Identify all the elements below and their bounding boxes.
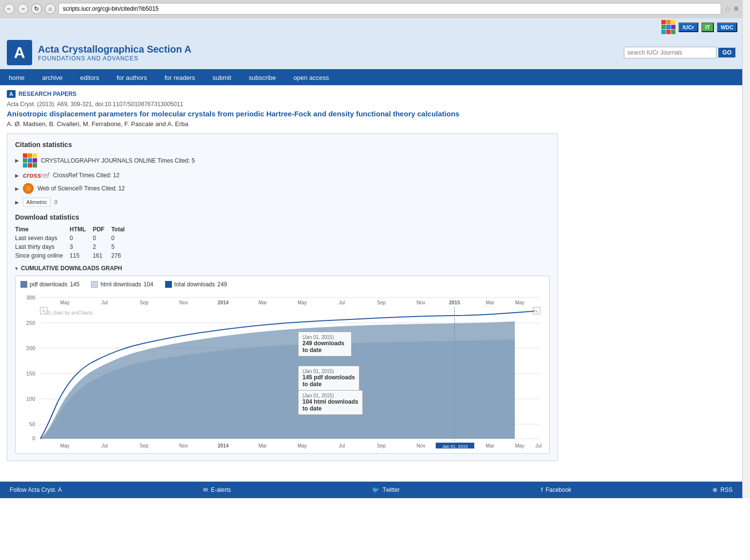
nav-open-access[interactable]: open access [284, 70, 338, 85]
download-stats-title: Download statistics [15, 213, 550, 221]
twitter-icon: 🐦 [372, 486, 379, 493]
altmetric-badge[interactable]: Altmetric [23, 198, 51, 206]
cell-html: 0 [70, 234, 93, 243]
search-area: GO [624, 47, 735, 58]
svg-text:Mar: Mar [259, 443, 267, 448]
forward-button[interactable]: → [18, 3, 28, 14]
iucr-button[interactable]: IUCr [678, 22, 698, 32]
cjo-mosaic-icon [23, 153, 37, 168]
footer-twitter[interactable]: 🐦 Twitter [372, 486, 399, 493]
cell-pdf: 161 [93, 251, 111, 260]
go-button[interactable]: GO [718, 48, 735, 57]
table-row: Last thirty days 3 2 5 [15, 243, 131, 251]
wos-arrow-icon: ▶ [15, 186, 19, 191]
svg-text:100: 100 [26, 396, 36, 402]
legend-html-label: html downloads [100, 281, 141, 288]
rss-icon: ⊕ [712, 486, 717, 493]
svg-text:Jul: Jul [338, 443, 345, 448]
address-bar[interactable] [58, 3, 721, 15]
nav-editors[interactable]: editors [71, 70, 108, 85]
menu-icon[interactable]: ≡ [734, 4, 738, 13]
breadcrumb-label: RESEARCH PAPERS [19, 91, 76, 97]
refresh-button[interactable]: ↻ [31, 3, 42, 14]
svg-text:0: 0 [32, 435, 35, 441]
facebook-icon: f [541, 486, 543, 493]
iucr-mosaic-icon [661, 20, 675, 34]
nav-for-readers[interactable]: for readers [156, 70, 204, 85]
ealerts-label: E-alerts [211, 486, 231, 493]
svg-text:2015: 2015 [449, 300, 460, 305]
chart-container: pdf downloads 145 html downloads 104 tot… [15, 276, 550, 454]
download-stats-table: Time HTML PDF Total Last seven days 0 0 … [15, 225, 131, 260]
article-ref: Acta Cryst. (2013). A69, 309-321, doi:10… [7, 101, 558, 108]
svg-text:⤡: ⤡ [42, 309, 46, 314]
legend-html: html downloads 104 [91, 281, 153, 288]
altmetric-arrow-icon: ▶ [15, 200, 19, 205]
svg-text:Sep: Sep [377, 443, 386, 448]
svg-text:300: 300 [26, 295, 36, 300]
search-input[interactable] [624, 47, 716, 58]
graph-title: CUMULATIVE DOWNLOADS GRAPH [21, 265, 122, 272]
graph-header[interactable]: ▾ CUMULATIVE DOWNLOADS GRAPH [15, 265, 550, 272]
svg-text:⤡: ⤡ [535, 309, 539, 314]
it-button[interactable]: IT [701, 22, 714, 32]
cell-html: 3 [70, 243, 93, 251]
legend-total-label: total downloads [174, 281, 215, 288]
legend-html-color [91, 281, 98, 288]
footer: Follow Acta Cryst. A ✉ E-alerts 🐦 Twitte… [0, 482, 742, 498]
svg-text:Jul: Jul [101, 443, 108, 448]
citation-stats-box: Citation statistics ▶ CRYSTALLOGRAPHY JO… [7, 133, 558, 461]
journal-title-block: Acta Crystallographica Section A FOUNDAT… [38, 44, 191, 62]
svg-text:50: 50 [29, 421, 35, 427]
wos-citation-text: Web of Science® Times Cited: 12 [38, 185, 125, 192]
nav-subscribe[interactable]: subscribe [240, 70, 285, 85]
footer-ealerts[interactable]: ✉ E-alerts [203, 486, 231, 493]
cell-time: Last seven days [15, 234, 70, 243]
nav-archive[interactable]: archive [34, 70, 72, 85]
footer-facebook[interactable]: f Facebook [541, 486, 571, 493]
nav-submit[interactable]: submit [204, 70, 240, 85]
svg-text:Mar: Mar [486, 300, 495, 305]
chart-legend: pdf downloads 145 html downloads 104 tot… [20, 281, 544, 288]
scrollbar[interactable] [742, 0, 750, 498]
svg-text:Jul: Jul [338, 300, 345, 305]
home-button[interactable]: ⌂ [45, 3, 56, 14]
journal-subtitle: FOUNDATIONS AND ADVANCES [38, 55, 191, 62]
citation-row-wos: ▶ Web of Science® Times Cited: 12 [15, 183, 550, 194]
cell-pdf: 2 [93, 243, 111, 251]
legend-pdf: pdf downloads 145 [20, 281, 79, 288]
crossref-citation-text: CrossRef Times Cited: 12 [53, 172, 120, 179]
footer-follow: Follow Acta Cryst. A [10, 486, 62, 493]
crossref-arrow-icon: ▶ [15, 173, 19, 178]
journal-title: Acta Crystallographica Section A [38, 44, 191, 55]
back-button[interactable]: ← [4, 3, 15, 14]
wos-logo [23, 183, 34, 194]
legend-pdf-value: 145 [70, 281, 79, 288]
citation-stats-title: Citation statistics [15, 141, 550, 149]
article-authors: A. Ø. Madsen, B. Civalleri, M. Ferrabone… [7, 120, 558, 128]
svg-text:Nov: Nov [179, 300, 188, 305]
col-total: Total [111, 225, 131, 234]
svg-text:Jan 01, 2015: Jan 01, 2015 [442, 444, 468, 448]
svg-text:2014: 2014 [218, 443, 229, 448]
svg-text:Sep: Sep [140, 443, 149, 448]
wdc-button[interactable]: WDC [717, 22, 737, 32]
nav-home[interactable]: home [0, 70, 34, 85]
svg-text:JS chart by amCharts: JS chart by amCharts [45, 310, 93, 316]
star-icon[interactable]: ☆ [724, 4, 731, 14]
svg-text:Sep: Sep [140, 300, 149, 305]
journal-logo: A [7, 40, 32, 65]
rss-label: RSS [720, 486, 732, 493]
table-row: Since going online 115 161 276 [15, 251, 131, 260]
legend-pdf-color [20, 281, 27, 288]
chart-svg: 300 250 200 150 100 50 0 May Jul Sep Nov… [20, 293, 544, 448]
nav-for-authors[interactable]: for authors [108, 70, 155, 85]
graph-toggle-icon: ▾ [15, 265, 18, 272]
footer-rss[interactable]: ⊕ RSS [712, 486, 732, 493]
citation-row-cjo: ▶ CRYSTALLOGRAPHY JOURNALS ONLINE Times … [15, 153, 550, 168]
chart-area: 300 250 200 150 100 50 0 May Jul Sep Nov… [20, 293, 544, 448]
cjo-citation-text: CRYSTALLOGRAPHY JOURNALS ONLINE Times Ci… [41, 157, 195, 164]
svg-text:Nov: Nov [416, 300, 425, 305]
email-icon: ✉ [203, 486, 208, 493]
svg-text:May: May [60, 443, 70, 448]
